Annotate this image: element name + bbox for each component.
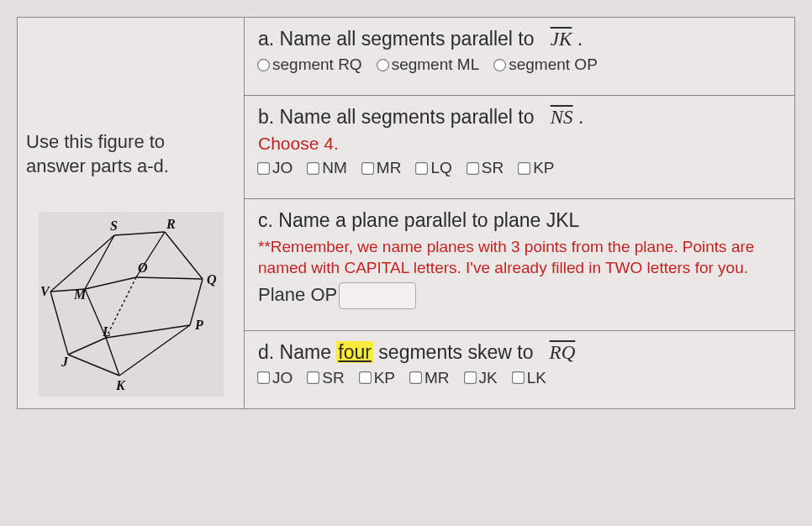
part-b-choices: JO NM MR LQ SR KP — [258, 159, 781, 177]
svg-line-14 — [106, 325, 190, 338]
radio-segment-ml[interactable]: segment ML — [377, 55, 480, 74]
b-sub-instruction: Choose 4. — [258, 134, 781, 154]
opt-b-0: JO — [272, 159, 293, 177]
svg-line-13 — [68, 338, 106, 355]
vertex-O: O — [138, 260, 148, 275]
svg-line-15 — [106, 338, 119, 376]
opt-d-5: LK — [527, 369, 546, 387]
c-answer-prefix: Plane OP — [258, 284, 337, 305]
svg-line-0 — [50, 235, 114, 292]
opt-d-0: JO — [272, 369, 293, 387]
svg-line-1 — [114, 232, 165, 235]
checkbox-kp[interactable]: KP — [519, 159, 554, 177]
part-d-prompt: d. Name four segments skew to RQ — [258, 341, 781, 364]
opt-d-1: SR — [322, 369, 344, 387]
checkbox-jo[interactable]: JO — [258, 159, 293, 177]
radio-segment-rq[interactable]: segment RQ — [258, 55, 362, 74]
cb-d-kp[interactable] — [359, 372, 372, 385]
vertex-R: R — [166, 217, 176, 231]
cb-b-lq[interactable] — [415, 162, 428, 175]
checkbox-d-jk[interactable]: JK — [465, 369, 498, 387]
cb-d-mr[interactable] — [409, 372, 422, 385]
svg-line-11 — [85, 235, 114, 289]
cb-b-kp[interactable] — [518, 162, 530, 175]
opt-a-0: segment RQ — [272, 55, 362, 74]
cb-b-jo[interactable] — [257, 162, 270, 175]
b-segment: NS — [551, 107, 573, 128]
vertex-S: S — [110, 218, 118, 233]
opt-d-4: JK — [479, 369, 498, 387]
d-segment: RQ — [550, 342, 576, 363]
b-prefix: b. Name all segments parallel to — [258, 106, 540, 128]
part-d-choices: JO SR KP MR JK LK — [258, 369, 781, 387]
d-prefix: d. Name — [258, 341, 336, 363]
geometry-figure: S R V M O Q J L P K — [39, 212, 224, 397]
radio-input-ml[interactable] — [377, 59, 389, 71]
a-prefix: a. Name all segments parallel to — [258, 28, 540, 50]
vertex-V: V — [40, 284, 50, 298]
part-c: c. Name a plane parallel to plane JKL **… — [245, 199, 794, 331]
prism-svg: S R V M O Q J L P K — [39, 212, 224, 397]
opt-a-1: segment ML — [392, 55, 480, 74]
svg-line-5 — [68, 355, 119, 376]
part-a-choices: segment RQ segment ML segment OP — [258, 55, 781, 74]
svg-line-2 — [165, 232, 203, 279]
checkbox-d-kp[interactable]: KP — [360, 369, 395, 387]
checkbox-sr[interactable]: SR — [467, 159, 504, 177]
part-a: a. Name all segments parallel to JK . se… — [245, 18, 794, 96]
instr-line2: answer parts a-d. — [26, 155, 169, 176]
radio-input-op[interactable] — [493, 59, 506, 71]
figure-instruction: Use this figure to answer parts a-d. — [26, 130, 235, 178]
part-b-prompt: b. Name all segments parallel to NS . — [258, 106, 781, 129]
svg-line-8 — [85, 277, 136, 289]
cb-b-nm[interactable] — [307, 162, 319, 175]
a-segment: JK — [551, 29, 572, 50]
opt-d-3: MR — [424, 369, 450, 387]
cb-b-sr[interactable] — [467, 162, 479, 175]
checkbox-nm[interactable]: NM — [308, 159, 347, 177]
vertex-K: K — [115, 378, 126, 392]
figure-cell: Use this figure to answer parts a-d. — [18, 18, 245, 408]
plane-blank-input[interactable] — [339, 282, 416, 309]
worksheet-table: Use this figure to answer parts a-d. — [17, 17, 795, 409]
vertex-M: M — [73, 287, 87, 302]
opt-b-4: SR — [482, 159, 504, 177]
part-c-remember: **Remember, we name planes with 3 points… — [258, 237, 781, 278]
d-suffix: segments skew to — [373, 341, 539, 363]
checkbox-d-mr[interactable]: MR — [410, 369, 450, 387]
svg-line-4 — [119, 325, 190, 376]
radio-input-rq[interactable] — [257, 59, 270, 71]
checkbox-d-lk[interactable]: LK — [513, 369, 546, 387]
vertex-Q: Q — [207, 272, 217, 287]
opt-b-3: LQ — [430, 159, 451, 177]
opt-d-2: KP — [374, 369, 395, 387]
opt-b-2: MR — [377, 159, 402, 177]
instr-line1: Use this figure to — [26, 131, 165, 152]
checkbox-mr[interactable]: MR — [362, 159, 402, 177]
opt-b-1: NM — [322, 159, 347, 177]
checkbox-d-jo[interactable]: JO — [258, 369, 293, 387]
cb-d-jk[interactable] — [464, 372, 477, 385]
svg-line-10 — [136, 277, 203, 279]
opt-b-5: KP — [533, 159, 554, 177]
svg-line-6 — [50, 292, 68, 355]
part-d: d. Name four segments skew to RQ JO SR K… — [245, 331, 794, 408]
part-a-prompt: a. Name all segments parallel to JK . — [258, 28, 781, 50]
vertex-P: P — [194, 318, 203, 332]
radio-segment-op[interactable]: segment OP — [494, 55, 598, 74]
part-b: b. Name all segments parallel to NS . Ch… — [245, 96, 794, 199]
cb-b-mr[interactable] — [361, 162, 374, 175]
cb-d-sr[interactable] — [307, 372, 319, 385]
checkbox-d-sr[interactable]: SR — [308, 369, 344, 387]
cb-d-jo[interactable] — [257, 372, 270, 385]
vertex-J: J — [61, 355, 69, 369]
checkbox-lq[interactable]: LQ — [416, 159, 451, 177]
vertex-L: L — [102, 324, 111, 339]
opt-a-2: segment OP — [509, 55, 598, 74]
part-c-prompt: c. Name a plane parallel to plane JKL — [258, 209, 781, 232]
part-c-answer-row: Plane OP — [258, 282, 781, 309]
d-highlight: four — [336, 341, 373, 363]
cb-d-lk[interactable] — [512, 372, 525, 385]
